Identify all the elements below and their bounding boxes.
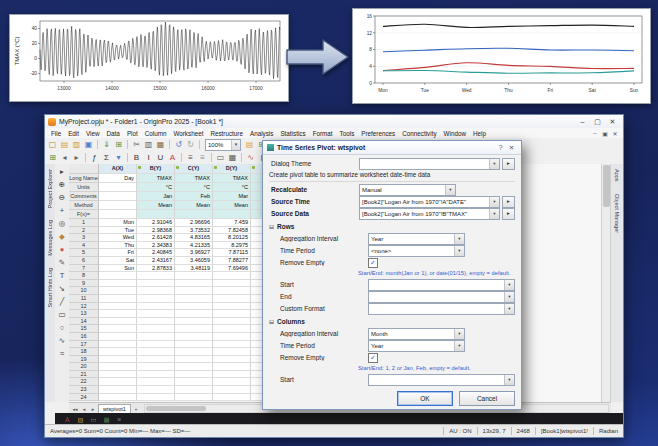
header-cell[interactable]: Mean	[175, 201, 213, 210]
rectangle-tool-icon[interactable]: ▭	[57, 309, 68, 320]
sort-icon[interactable]: ▾	[113, 152, 124, 163]
copy-icon[interactable]: ▥	[143, 139, 154, 150]
align-center-icon[interactable]: ≡	[197, 152, 208, 163]
line-tool-icon[interactable]: ╱	[57, 296, 68, 307]
table-cell[interactable]	[137, 394, 175, 402]
title-bar[interactable]: MyProject.opju * - Folder1 - OriginPro 2…	[45, 115, 623, 129]
table-cell[interactable]	[137, 318, 175, 326]
table-cell[interactable]: 4.83165	[175, 234, 213, 242]
book-minimize-button[interactable]: –	[590, 130, 600, 136]
table-cell[interactable]: 7.88277	[213, 257, 251, 265]
menu-window[interactable]: Window	[441, 130, 469, 137]
table-cell[interactable]: 8.2975	[213, 242, 251, 250]
row-header[interactable]: 4	[69, 242, 99, 250]
new-project-icon[interactable]: ▢	[47, 139, 58, 150]
book-restore-button[interactable]: ▣	[600, 130, 610, 137]
table-cell[interactable]	[99, 356, 137, 364]
table-cell[interactable]	[99, 325, 137, 333]
table-cell[interactable]: Tue	[99, 227, 137, 235]
dock-fill-icon[interactable]: ▧	[76, 415, 85, 424]
table-cell[interactable]	[213, 310, 251, 318]
header-cell[interactable]	[99, 210, 137, 219]
merge-cells-icon[interactable]: ▭	[215, 152, 226, 163]
table-cell[interactable]	[137, 348, 175, 356]
table-cell[interactable]	[213, 333, 251, 341]
table-cell[interactable]	[137, 333, 175, 341]
row-header[interactable]: 1	[69, 219, 99, 227]
header-row-label[interactable]: Long Name	[69, 174, 99, 183]
table-cell[interactable]	[175, 303, 213, 311]
collapse-icon[interactable]: ⊟	[269, 223, 274, 230]
table-cell[interactable]	[213, 356, 251, 364]
table-cell[interactable]	[213, 318, 251, 326]
table-cell[interactable]: Sun	[99, 265, 137, 273]
cut-icon[interactable]: ✂	[131, 139, 142, 150]
arrow-tool-icon[interactable]: ↘	[57, 283, 68, 294]
source-data-input[interactable]: [Book2]"Logan Air from 1970"!B"TMAX"▾	[359, 208, 500, 220]
set-values-icon[interactable]: ƒ	[89, 152, 100, 163]
table-cell[interactable]	[99, 348, 137, 356]
header-cell[interactable]: °C	[213, 183, 251, 192]
table-cell[interactable]	[175, 371, 213, 379]
header-cell[interactable]: TMAX	[137, 174, 175, 183]
move-column-right-icon[interactable]: ▸	[71, 152, 82, 163]
menu-plot[interactable]: Plot	[124, 130, 141, 137]
row-header[interactable]: 17	[69, 341, 99, 349]
row-header[interactable]: 8	[69, 272, 99, 280]
dialog-title-bar[interactable]: Time Series Pivot: wtspivot ? ✕	[263, 141, 521, 155]
cancel-button[interactable]: Cancel	[459, 391, 515, 406]
table-cell[interactable]	[213, 303, 251, 311]
save-project-icon[interactable]: ▣	[83, 139, 94, 150]
table-cell[interactable]	[175, 287, 213, 295]
row-header[interactable]: 20	[69, 363, 99, 371]
table-cell[interactable]	[99, 310, 137, 318]
menu-column[interactable]: Column	[142, 130, 170, 137]
row-header[interactable]: 3	[69, 234, 99, 242]
table-cell[interactable]: Sat	[99, 257, 137, 265]
rows-start-input[interactable]: ▾	[368, 279, 515, 291]
row-header[interactable]: 24	[69, 394, 99, 402]
graph-gallery-icon[interactable]: ∿	[245, 152, 256, 163]
row-header[interactable]: 7	[69, 265, 99, 273]
tab-project-explorer[interactable]: Project Explorer	[47, 169, 53, 208]
table-cell[interactable]	[99, 341, 137, 349]
align-left-icon[interactable]: ≡	[185, 152, 196, 163]
table-cell[interactable]	[175, 310, 213, 318]
row-header[interactable]: 10	[69, 287, 99, 295]
circle-tool-icon[interactable]: ○	[57, 322, 68, 333]
table-cell[interactable]	[99, 318, 137, 326]
table-cell[interactable]	[175, 363, 213, 371]
font-color-icon[interactable]: A	[167, 152, 178, 163]
rows-end-input[interactable]: ▾	[368, 291, 515, 303]
table-cell[interactable]: 2.96696	[175, 219, 213, 227]
table-cell[interactable]	[99, 371, 137, 379]
table-cell[interactable]	[175, 325, 213, 333]
row-header[interactable]: 23	[69, 386, 99, 394]
table-cell[interactable]: 3.96927	[175, 249, 213, 257]
dock-border-icon[interactable]: ▭	[89, 415, 98, 424]
column-header[interactable]: C(Y)	[175, 164, 213, 174]
table-cell[interactable]: 2.61428	[137, 234, 175, 242]
table-cell[interactable]: 4.21335	[175, 242, 213, 250]
table-cell[interactable]	[213, 386, 251, 394]
book-close-button[interactable]: ✕	[610, 130, 620, 137]
move-column-left-icon[interactable]: ◂	[59, 152, 70, 163]
source-time-input[interactable]: [Book2]"Logan Air from 1970"!A"DATE"▾	[359, 196, 500, 208]
table-cell[interactable]	[175, 348, 213, 356]
table-cell[interactable]	[99, 295, 137, 303]
table-cell[interactable]	[137, 325, 175, 333]
table-cell[interactable]: 8.20125	[213, 234, 251, 242]
redo-icon[interactable]: ↻	[185, 139, 196, 150]
table-cell[interactable]: Mon	[99, 219, 137, 227]
new-folder-icon[interactable]: ▤	[244, 139, 255, 150]
table-cell[interactable]	[213, 371, 251, 379]
table-cell[interactable]	[99, 363, 137, 371]
table-cell[interactable]	[213, 295, 251, 303]
header-cell[interactable]: Mar	[213, 192, 251, 201]
tab-apps[interactable]: Apps	[614, 169, 620, 182]
header-cell[interactable]	[137, 210, 175, 219]
header-cell[interactable]: °C	[137, 183, 175, 192]
dock-style-icon[interactable]: ≡	[115, 415, 124, 424]
collapse-icon[interactable]: ⊟	[269, 318, 274, 325]
header-cell[interactable]: Jan	[137, 192, 175, 201]
